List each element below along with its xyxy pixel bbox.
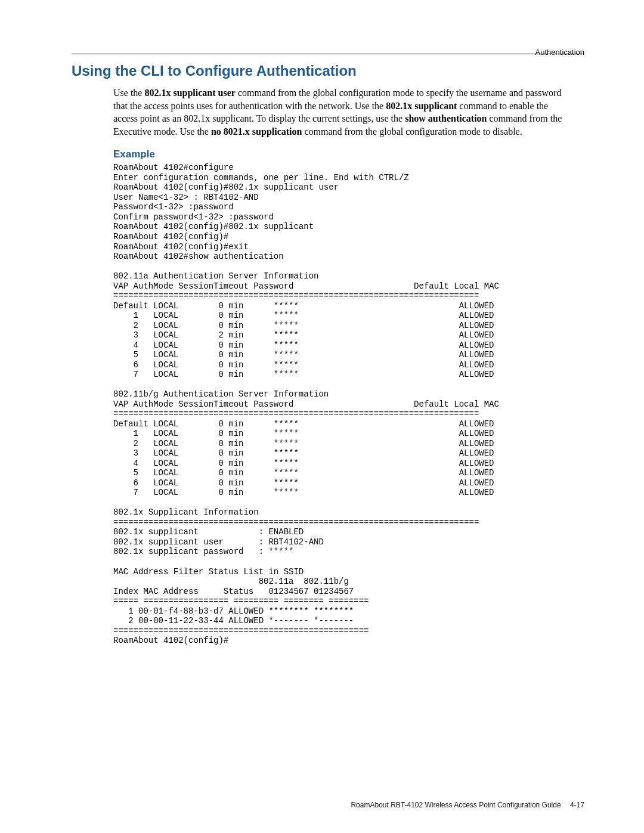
page: Authentication Using the CLI to Configur… [0,0,644,833]
footer-page-number: 4-17 [570,801,584,809]
footer-doc-title: RoamAbout RBT-4102 Wireless Access Point… [351,801,561,809]
footer: RoamAbout RBT-4102 Wireless Access Point… [351,801,584,809]
cmd-supplicant-user: 802.1x supplicant user [144,88,235,98]
cli-output: RoamAbout 4102#configure Enter configura… [113,163,584,645]
example-heading: Example [113,148,584,160]
section-title: Using the CLI to Configure Authenticatio… [72,63,584,79]
header-rule [72,54,584,54]
cmd-no-supplication: no 8021.x supplication [211,126,302,137]
header-category: Authentication [535,48,584,57]
intro-paragraph: Use the 802.1x supplicant user command f… [113,86,566,138]
intro-text: command from the global configuration mo… [302,126,522,137]
intro-text: Use the [113,88,144,98]
cmd-show-auth: show authentication [405,113,487,123]
cmd-supplicant: 802.1x supplicant [386,101,457,111]
